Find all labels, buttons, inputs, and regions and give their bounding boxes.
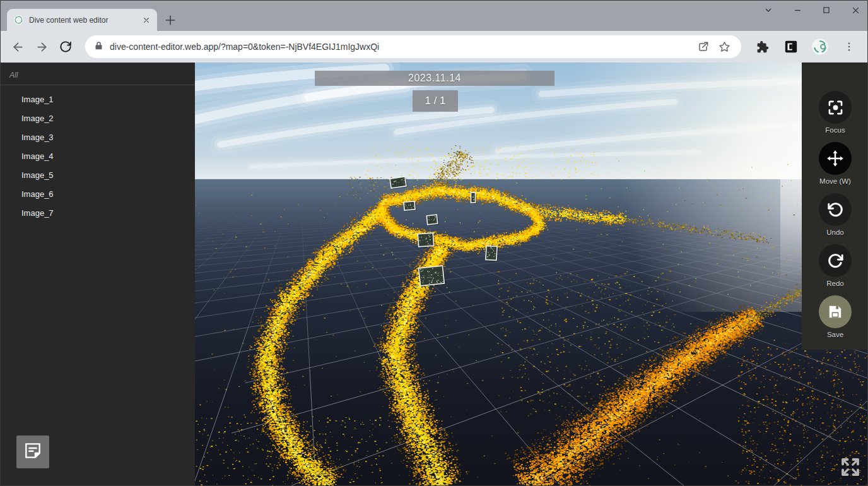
- sidebar-item-image-3[interactable]: Image_3: [1, 128, 195, 147]
- browser-toolbar: dive-content-editor.web.app/?map=0&token…: [1, 31, 867, 62]
- reload-icon[interactable]: [54, 35, 78, 59]
- move-icon: [819, 142, 852, 175]
- date-label: 2023.11.14: [315, 71, 554, 86]
- extension-icon[interactable]: [779, 36, 803, 57]
- window-controls: [761, 3, 862, 17]
- 3d-viewport: 2023.11.14 1 / 1 Focus Move (W): [195, 62, 868, 485]
- url-text[interactable]: dive-content-editor.web.app/?map=0&token…: [110, 42, 692, 52]
- move-tool-button[interactable]: Move (W): [819, 142, 852, 185]
- lock-icon: [94, 41, 103, 53]
- undo-icon: [819, 193, 852, 226]
- page-counter: 1 / 1: [413, 90, 458, 112]
- tab-title: Dive content web editor: [29, 16, 141, 25]
- editor-tool-panel: Focus Move (W) Undo: [802, 62, 868, 350]
- notes-button[interactable]: [16, 436, 49, 468]
- focus-tool-button[interactable]: Focus: [819, 91, 852, 134]
- sidebar-item-image-7[interactable]: Image_7: [1, 204, 195, 223]
- sidebar-item-image-4[interactable]: Image_4: [1, 147, 195, 166]
- sidebar-item-image-2[interactable]: Image_2: [1, 109, 195, 128]
- site-favicon-icon: [13, 15, 24, 25]
- sidebar-item-image-1[interactable]: Image_1: [1, 90, 195, 109]
- focus-icon: [819, 91, 852, 124]
- minimize-icon[interactable]: [790, 3, 804, 17]
- new-tab-button[interactable]: [163, 13, 177, 27]
- extensions-puzzle-icon[interactable]: [750, 36, 774, 57]
- browser-tab[interactable]: Dive content web editor: [7, 9, 157, 31]
- fullscreen-icon: [839, 456, 862, 481]
- bookmark-star-icon[interactable]: [713, 36, 735, 57]
- url-bar[interactable]: dive-content-editor.web.app/?map=0&token…: [85, 35, 741, 58]
- save-icon: [819, 295, 852, 328]
- image-list-sidebar: All Image_1 Image_2 Image_3 Image_4 Imag…: [1, 62, 195, 485]
- note-icon: [23, 441, 43, 463]
- kebab-menu-icon[interactable]: [837, 36, 861, 57]
- back-icon[interactable]: [6, 35, 30, 59]
- close-icon[interactable]: [848, 3, 862, 17]
- profile-avatar[interactable]: [808, 36, 832, 57]
- image-list: Image_1 Image_2 Image_3 Image_4 Image_5 …: [1, 85, 195, 223]
- sidebar-item-image-6[interactable]: Image_6: [1, 185, 195, 204]
- browser-window: Dive content web editor dive-content-edi…: [0, 0, 868, 486]
- maximize-icon[interactable]: [819, 3, 833, 17]
- share-icon[interactable]: [692, 36, 713, 57]
- filter-all-label: All: [1, 63, 195, 85]
- toolbar-right-icons: [750, 36, 861, 57]
- sidebar-item-image-5[interactable]: Image_5: [1, 166, 195, 185]
- undo-tool-button[interactable]: Undo: [819, 193, 852, 236]
- page-content: All Image_1 Image_2 Image_3 Image_4 Imag…: [1, 62, 867, 485]
- tab-close-icon[interactable]: [141, 15, 152, 26]
- forward-icon[interactable]: [30, 35, 54, 59]
- 3d-viewport-canvas[interactable]: [195, 62, 868, 485]
- redo-tool-button[interactable]: Redo: [819, 244, 852, 287]
- tab-strip: Dive content web editor: [1, 1, 867, 31]
- save-tool-button[interactable]: Save: [819, 295, 852, 338]
- redo-icon: [819, 244, 852, 277]
- fullscreen-button[interactable]: [838, 456, 862, 480]
- chevron-down-icon[interactable]: [761, 3, 775, 17]
